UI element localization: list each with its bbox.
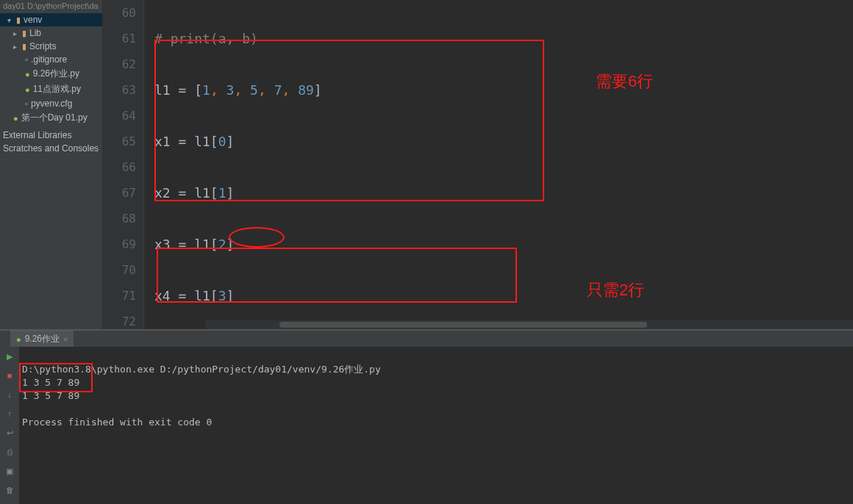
tree-file-game[interactable]: ● 11点游戏.py — [0, 82, 102, 97]
line-gutter: 60 61 62 63 64 65 66 67 68 69 70 71 72 — [103, 0, 144, 329]
run-tool-window: ● 9.26作业 × ▶ ■ ↓ ↑ ↩ ⎙ ▣ 🗑 D:\python3.8\… — [0, 331, 853, 504]
line-number: 62 — [103, 51, 136, 77]
folder-icon: ▮ — [22, 29, 26, 38]
tree-file-pyvenv[interactable]: ▫ pyvenv.cfg — [0, 97, 102, 110]
tree-label: Scripts — [29, 41, 57, 51]
console-exit: Process finished with exit code 0 — [22, 417, 212, 428]
file-icon: ▫ — [25, 99, 28, 108]
tree-file-gitignore[interactable]: ▫ .gitignore — [0, 53, 102, 66]
run-tab[interactable]: ● 9.26作业 × — [10, 331, 74, 347]
scratches-consoles[interactable]: Scratches and Consoles — [0, 142, 102, 155]
tree-label: 11点游戏.py — [33, 83, 81, 96]
code-line[interactable]: x2 = l1[1] — [154, 180, 853, 206]
scroll-down-button[interactable]: ↓ — [3, 388, 16, 401]
chevron-right-icon[interactable]: ▸ — [13, 43, 19, 51]
line-number: 71 — [103, 283, 136, 309]
tree-label: Lib — [29, 28, 41, 38]
clear-button[interactable]: 🗑 — [3, 483, 16, 497]
python-file-icon: ● — [25, 70, 30, 79]
rerun-button[interactable]: ▶ — [3, 350, 16, 363]
line-number: 66 — [103, 154, 136, 180]
code-line[interactable]: x4 = l1[3] — [154, 283, 853, 309]
folder-icon: ▮ — [16, 15, 21, 25]
python-file-icon: ● — [13, 114, 18, 123]
line-number: 70 — [103, 257, 136, 283]
external-libraries[interactable]: External Libraries — [0, 129, 102, 142]
debug-button[interactable]: ▣ — [3, 464, 16, 478]
scroll-up-button[interactable]: ↑ — [3, 407, 16, 420]
file-icon: ▫ — [25, 55, 28, 64]
console-out-line: 1 3 5 7 89 — [22, 377, 79, 388]
tree-label: .gitignore — [31, 54, 67, 65]
code-content[interactable]: # print(a, b) l1 = [1, 3, 5, 7, 89] x1 =… — [144, 0, 853, 329]
annotation-text-need6: 需要6行 — [596, 71, 653, 93]
line-number: 60 — [103, 0, 136, 26]
python-file-icon: ● — [25, 85, 30, 94]
softwrap-button[interactable]: ↩ — [3, 426, 16, 439]
tree-label: 第一个Day 01.py — [21, 112, 88, 124]
chevron-right-icon[interactable]: ▸ — [13, 29, 19, 37]
line-number: 67 — [103, 180, 136, 206]
annotation-text-need2: 只需2行 — [587, 279, 644, 301]
tree-file-day01[interactable]: ● 第一个Day 01.py — [0, 110, 102, 126]
stop-button[interactable]: ■ — [3, 369, 16, 382]
code-editor[interactable]: 60 61 62 63 64 65 66 67 68 69 70 71 72 #… — [103, 0, 853, 329]
tree-folder-scripts[interactable]: ▸ ▮ Scripts — [0, 40, 102, 53]
code-line[interactable]: # print(a, b) — [154, 26, 853, 51]
line-number: 68 — [103, 206, 136, 231]
tree-file-homework[interactable]: ● 9.26作业.py — [0, 66, 102, 82]
python-file-icon: ● — [16, 335, 21, 344]
horizontal-scrollbar[interactable] — [206, 320, 853, 329]
tree-label: venv — [24, 15, 42, 25]
code-line[interactable]: l1 = [1, 3, 5, 7, 89] — [154, 77, 853, 103]
line-number: 61 — [103, 26, 136, 51]
line-number: 63 — [103, 77, 136, 103]
line-number: 69 — [103, 231, 136, 257]
run-tool-strip: ▶ ■ ↓ ↑ ↩ ⎙ ▣ 🗑 — [0, 347, 19, 504]
project-sidebar: day01 D:\pythonProject\da ▾ ▮ venv ▸ ▮ L… — [0, 0, 103, 329]
code-line[interactable]: x3 = l1[2] — [154, 231, 853, 257]
project-tree: ▾ ▮ venv ▸ ▮ Lib ▸ ▮ Scripts ▫ .gitignor… — [0, 12, 102, 129]
close-icon[interactable]: × — [63, 335, 68, 344]
folder-icon: ▮ — [22, 42, 26, 51]
console-cmd: D:\python3.8\python.exe D:/pythonProject… — [22, 364, 381, 375]
tree-label: pyvenv.cfg — [31, 98, 72, 109]
print-button[interactable]: ⎙ — [3, 445, 16, 458]
line-number: 64 — [103, 103, 136, 129]
tree-folder-lib[interactable]: ▸ ▮ Lib — [0, 26, 102, 40]
scroll-thumb[interactable] — [279, 322, 647, 328]
chevron-down-icon[interactable]: ▾ — [7, 16, 13, 24]
line-number: 65 — [103, 129, 136, 154]
run-tab-label: 9.26作业 — [25, 333, 60, 345]
tree-label: 9.26作业.py — [33, 68, 79, 80]
console-out-line: 1 3 5 7 89 — [22, 390, 79, 401]
console-output[interactable]: D:\python3.8\python.exe D:/pythonProject… — [19, 347, 853, 504]
project-header: day01 D:\pythonProject\da — [0, 0, 102, 12]
tree-folder-venv[interactable]: ▾ ▮ venv — [0, 13, 102, 26]
run-tab-bar: ● 9.26作业 × — [0, 331, 853, 347]
code-line[interactable]: x1 = l1[0] — [154, 129, 853, 154]
